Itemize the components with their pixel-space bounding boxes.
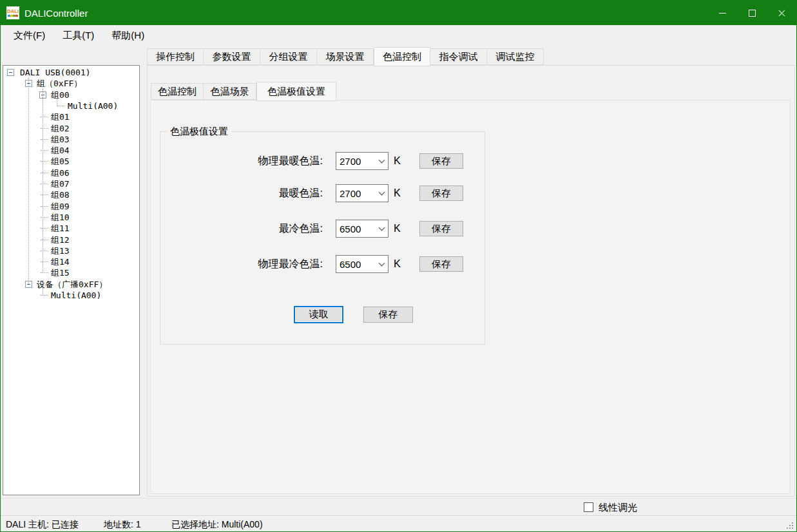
tree-connector bbox=[41, 150, 48, 151]
tree-item[interactable]: 组13 bbox=[51, 245, 70, 257]
tree-item-label: 组02 bbox=[51, 124, 70, 133]
cct-combo[interactable]: 6500 bbox=[336, 255, 389, 273]
combo-dropdown-button[interactable] bbox=[375, 185, 388, 202]
main-tab-6[interactable]: 调试监控 bbox=[487, 48, 544, 65]
tree-item[interactable]: 组15 bbox=[51, 267, 70, 279]
tree-item-label: 组14 bbox=[51, 257, 70, 267]
tree-item[interactable]: 设备（广播0xFF） bbox=[37, 279, 107, 290]
combo-dropdown-button[interactable] bbox=[375, 256, 388, 272]
tree-connector bbox=[41, 128, 48, 129]
main-tab-4[interactable]: 色温控制 bbox=[374, 47, 430, 66]
tree-item-label: 组01 bbox=[51, 112, 70, 122]
cct-row-label: 最暖色温: bbox=[162, 184, 323, 202]
resize-grip[interactable] bbox=[792, 527, 793, 529]
app-icon-colorbar bbox=[8, 15, 18, 17]
app-icon: DALI bbox=[6, 6, 19, 19]
row-save-button[interactable]: 保存 bbox=[419, 185, 463, 201]
tree-item-label: DALI USB(0001) bbox=[20, 68, 91, 77]
tree-item[interactable]: Multi(A00) bbox=[68, 100, 118, 112]
maximize-button[interactable] bbox=[737, 1, 767, 25]
tree-item[interactable]: 组14 bbox=[51, 256, 70, 268]
tree-item[interactable]: 组09 bbox=[51, 201, 70, 213]
chevron-down-icon bbox=[378, 225, 385, 231]
tree-item[interactable]: 组07 bbox=[51, 178, 70, 190]
tree-item[interactable]: 组11 bbox=[51, 223, 70, 234]
combo-dropdown-button[interactable] bbox=[375, 153, 388, 169]
tree-item-label: 组07 bbox=[51, 179, 70, 189]
cct-combo[interactable]: 2700 bbox=[336, 184, 389, 202]
tree-item[interactable]: 组00 bbox=[51, 90, 70, 101]
status-bar: DALI 主机: 已连接 地址数: 1 已选择地址: Multi(A00) bbox=[1, 515, 796, 532]
tree-item[interactable]: 组03 bbox=[51, 134, 70, 146]
tree-connector bbox=[41, 195, 48, 195]
tree-connector bbox=[57, 106, 65, 106]
row-save-button[interactable]: 保存 bbox=[419, 153, 463, 169]
linear-dimming-label[interactable]: 线性调光 bbox=[599, 502, 637, 514]
menu-item-2[interactable]: 帮助(H) bbox=[111, 30, 144, 42]
tree-guide-line bbox=[43, 288, 43, 296]
main-tab-0[interactable]: 操作控制 bbox=[147, 48, 204, 65]
minimize-button[interactable] bbox=[707, 1, 737, 25]
main-tab-2[interactable]: 分组设置 bbox=[260, 48, 317, 65]
main-tab-5[interactable]: 指令调试 bbox=[430, 48, 487, 65]
combo-dropdown-button[interactable] bbox=[375, 220, 388, 237]
tree-connector bbox=[41, 117, 48, 117]
status-host-connection: DALI 主机: 已连接 bbox=[6, 519, 79, 531]
unit-label: K bbox=[394, 255, 413, 273]
sub-tab-0[interactable]: 色温控制 bbox=[151, 83, 204, 100]
tree-expander-icon[interactable] bbox=[7, 69, 14, 76]
tree-guide-line bbox=[57, 99, 57, 106]
linear-dimming-checkbox[interactable] bbox=[584, 502, 593, 512]
tree-item[interactable]: 组02 bbox=[51, 123, 70, 135]
cct-row: 物理最暖色温:2700K保存 bbox=[162, 152, 471, 170]
tree-connector bbox=[41, 272, 48, 273]
tree-item[interactable]: 组01 bbox=[51, 111, 70, 123]
read-button[interactable]: 读取 bbox=[294, 306, 343, 323]
window-controls bbox=[707, 1, 796, 25]
tree-connector bbox=[41, 217, 48, 218]
tree-item[interactable]: 组04 bbox=[51, 145, 70, 157]
menu-item-1[interactable]: 工具(T) bbox=[62, 30, 94, 42]
unit-label: K bbox=[394, 220, 413, 238]
cct-combo[interactable]: 6500 bbox=[336, 220, 389, 238]
tree-connector bbox=[41, 240, 48, 240]
sub-tab-1[interactable]: 色温场景 bbox=[204, 83, 256, 100]
tree-item[interactable]: 组08 bbox=[51, 189, 70, 201]
tree-item-label: 设备（广播0xFF） bbox=[37, 280, 107, 289]
tree-item[interactable]: 组（0xFF） bbox=[37, 78, 82, 90]
cct-combo[interactable]: 2700 bbox=[336, 152, 389, 170]
main-tab-3[interactable]: 场景设置 bbox=[317, 48, 374, 65]
footer-row: 线性调光 bbox=[1, 498, 796, 515]
tree-item[interactable]: 组10 bbox=[51, 212, 70, 223]
app-window: DALI DALIController 文件(F)工具(T)帮助(H) DALI… bbox=[0, 0, 797, 532]
menu-bar: 文件(F)工具(T)帮助(H) bbox=[1, 25, 796, 46]
tree-connector bbox=[41, 206, 48, 207]
tree-item-label: 组05 bbox=[51, 157, 70, 166]
titlebar: DALI DALIController bbox=[1, 1, 796, 25]
cct-row-label: 物理最冷色温: bbox=[162, 255, 323, 273]
tree-item[interactable]: Multi(A00) bbox=[51, 290, 101, 301]
tree-item-label: 组03 bbox=[51, 135, 70, 144]
tree-item[interactable]: 组05 bbox=[51, 156, 70, 167]
status-address-count: 地址数: 1 bbox=[104, 519, 141, 531]
sub-tab-2[interactable]: 色温极值设置 bbox=[256, 82, 336, 101]
window-title: DALIController bbox=[24, 8, 88, 19]
close-icon bbox=[778, 9, 786, 17]
close-button[interactable] bbox=[767, 1, 796, 25]
row-save-button[interactable]: 保存 bbox=[419, 221, 463, 236]
tree-item-label: 组10 bbox=[51, 213, 70, 222]
main-tab-strip: 操作控制参数设置分组设置场景设置色温控制指令调试调试监控 bbox=[147, 48, 544, 65]
menu-item-0[interactable]: 文件(F) bbox=[14, 30, 45, 42]
tree-item[interactable]: DALI USB(0001) bbox=[20, 67, 91, 79]
row-save-button[interactable]: 保存 bbox=[419, 256, 463, 272]
tree-item-label: 组13 bbox=[51, 246, 70, 256]
save-button[interactable]: 保存 bbox=[363, 307, 413, 323]
tree-item[interactable]: 组06 bbox=[51, 167, 70, 179]
main-tab-1[interactable]: 参数设置 bbox=[204, 48, 260, 65]
cct-combo-value: 2700 bbox=[336, 188, 375, 199]
cct-row-label: 物理最暖色温: bbox=[162, 152, 323, 170]
tree-item-label: 组04 bbox=[51, 146, 70, 155]
tree-connector bbox=[41, 228, 48, 229]
tree-item[interactable]: 组12 bbox=[51, 234, 70, 246]
chevron-down-icon bbox=[378, 157, 385, 164]
